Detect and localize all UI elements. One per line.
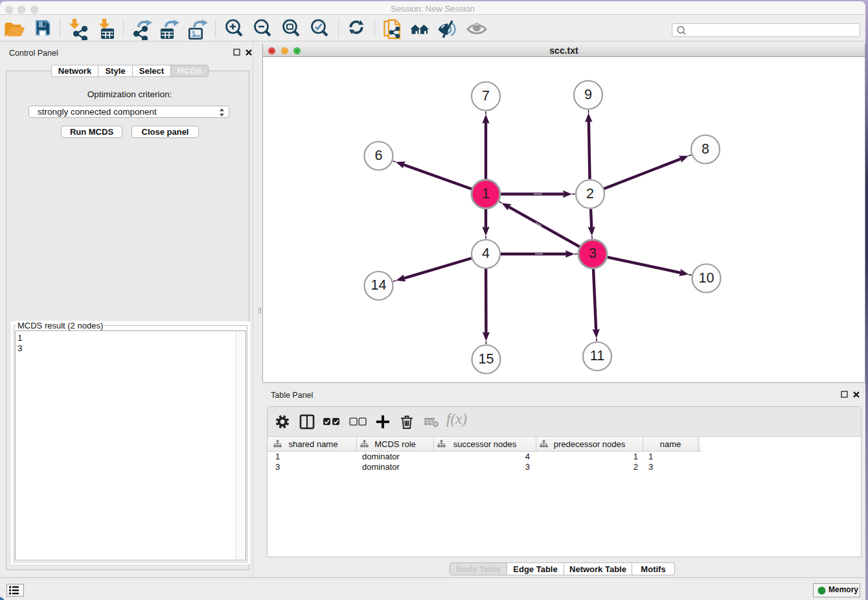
svg-text:10: 10 xyxy=(699,270,714,286)
svg-text:8: 8 xyxy=(702,141,709,157)
svg-text:11: 11 xyxy=(590,348,604,363)
svg-text:7: 7 xyxy=(482,88,490,104)
svg-text:4: 4 xyxy=(482,246,490,261)
svg-text:6: 6 xyxy=(375,148,383,163)
svg-text:3: 3 xyxy=(589,246,597,261)
svg-text:2: 2 xyxy=(586,186,594,202)
svg-text:1: 1 xyxy=(482,186,490,202)
svg-text:9: 9 xyxy=(584,87,592,102)
svg-text:15: 15 xyxy=(479,351,494,367)
svg-text:14: 14 xyxy=(371,277,387,293)
